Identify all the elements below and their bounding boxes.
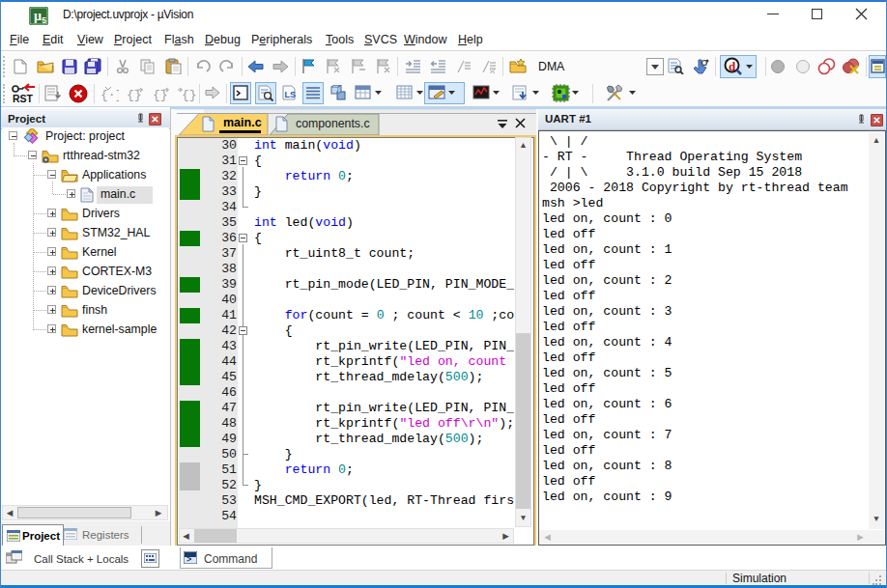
svg-text:{}: {} (182, 88, 196, 102)
svg-text:RST: RST (13, 93, 34, 104)
svg-text:d: d (729, 59, 736, 73)
svg-text:µ: µ (34, 9, 42, 23)
svg-text:>: > (186, 554, 191, 564)
svg-text:LS: LS (285, 90, 297, 99)
svg-text:5: 5 (42, 15, 46, 25)
svg-text:{·}: {·} (100, 88, 119, 102)
